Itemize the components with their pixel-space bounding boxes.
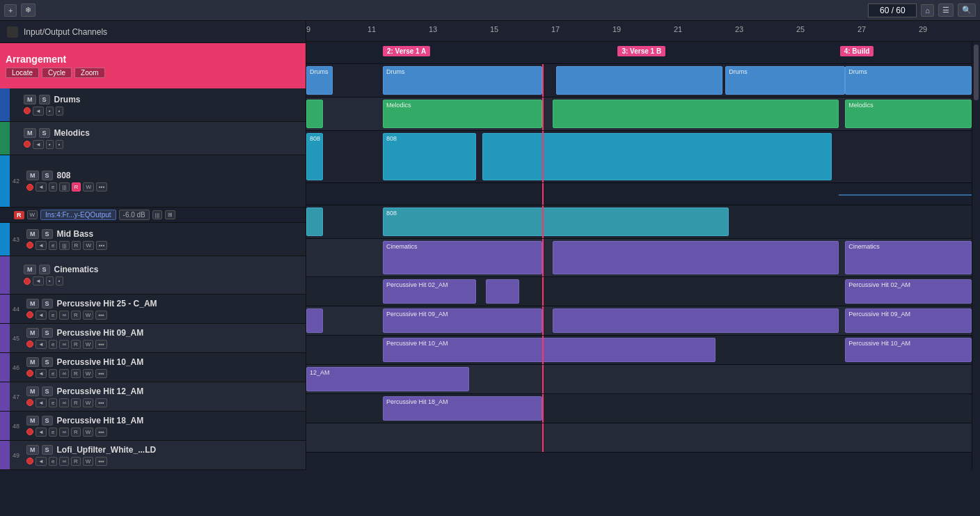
w-btn-perc10[interactable]: W [83,369,94,378]
bar-btn-midbass[interactable]: ||| [59,241,69,250]
clip-perc12-1[interactable]: 12_AM [306,367,469,391]
clip-drums-3[interactable]: Drums [725,66,845,95]
add-button[interactable]: + [4,4,17,17]
clip-808-2[interactable] [482,133,832,180]
scrollbar-thumb[interactable] [974,45,979,100]
r-btn-808[interactable]: R [72,182,81,191]
rewind-btn-perc12[interactable]: ◄ [35,398,47,407]
e-btn-perc25[interactable]: e [49,311,57,320]
extra-btn-808[interactable]: ▪▪▪ [96,182,108,191]
mute-button-cinematics[interactable]: M [24,265,36,274]
record-dot-perc12[interactable] [26,399,33,406]
locate-button[interactable]: Locate [6,68,39,78]
record-dot-808[interactable] [26,184,33,191]
home-button[interactable]: ⌂ [921,4,934,17]
bar2-btn-808extra[interactable]: ||| [152,210,162,219]
clip-perc09-1[interactable]: Percussive Hit 09_AM [383,308,542,333]
solo-button-midbass[interactable]: S [42,229,53,239]
solo-button-perc18[interactable]: S [42,416,53,425]
inf-btn-perc09[interactable]: ∞ [59,340,69,349]
tl-perc25[interactable]: Percussive Hit 02_AM Percussive Hit 02_A… [306,277,972,306]
inf-btn-perc18[interactable]: ∞ [59,428,69,437]
tl-midbass[interactable]: 808 [306,205,972,239]
r-btn-perc09[interactable]: R [71,340,81,349]
w-btn-perc12[interactable]: W [83,398,94,407]
solo-button-lofi[interactable]: S [42,445,53,455]
w-btn-808[interactable]: W [83,182,94,191]
r-btn-lofi[interactable]: R [71,457,81,466]
w-btn-lofi[interactable]: W [83,457,94,466]
solo-button-perc12[interactable]: S [42,386,53,396]
eq-btn-cinematics[interactable]: ▪ [56,276,63,286]
clip-perc25-2[interactable] [486,279,519,304]
e-btn-perc10[interactable]: e [49,369,57,378]
record-dot-lofi[interactable] [26,458,33,464]
record-dot-drums[interactable] [24,107,31,114]
record-dot-cinematics[interactable] [24,278,31,285]
clip-808-1[interactable]: 808 [383,133,476,180]
w-btn-perc09[interactable]: W [83,340,94,349]
mute-button-melodics[interactable]: M [24,128,36,138]
clip-perc10-1[interactable]: Percussive Hit 10_AM [383,338,716,362]
mute-button-lofi[interactable]: M [26,445,39,455]
extra-btn-perc25[interactable]: ▪▪▪ [95,311,107,320]
solo-button-melodics[interactable]: S [39,128,50,138]
rewind-btn-808[interactable]: ◄ [35,182,47,191]
mute-button-808[interactable]: M [26,171,39,180]
zoom-button[interactable]: Zoom [74,68,105,78]
e-btn-perc18[interactable]: e [49,428,57,437]
rewind-btn-perc09[interactable]: ◄ [35,340,47,349]
clip-melodics-3[interactable]: Melodics [845,100,972,128]
clip-midbass-small[interactable] [306,208,323,236]
extra-btn-perc18[interactable]: ▪▪▪ [95,428,107,437]
extra-btn-perc12[interactable]: ▪▪▪ [95,398,107,407]
solo-button-808[interactable]: S [42,171,53,180]
tl-melodics[interactable]: Melodics Melodics [306,97,972,131]
inf-btn-perc10[interactable]: ∞ [59,369,69,378]
tl-cinematics[interactable]: Cinematics Cinematics [306,239,972,277]
tl-drums[interactable]: Drums Drums Drums Drums [306,64,972,97]
tl-808[interactable]: 808 808 [306,131,972,183]
w-btn-perc25[interactable]: W [83,311,94,320]
e-btn-lofi[interactable]: e [49,457,57,466]
mute-button-perc09[interactable]: M [26,328,39,338]
mute-button-perc12[interactable]: M [26,386,39,396]
r-btn-perc12[interactable]: R [71,398,81,407]
e-btn-perc09[interactable]: e [49,340,57,349]
rewind-btn-midbass[interactable]: ◄ [35,241,47,250]
tl-perc12[interactable]: 12_AM [306,365,972,394]
record-dot-perc25[interactable] [26,311,33,318]
mute-button-midbass[interactable]: M [26,229,39,239]
tl-perc18[interactable]: Percussive Hit 18_AM [306,394,972,423]
solo-button-perc10[interactable]: S [42,357,53,367]
solo-button-perc09[interactable]: S [42,328,53,338]
clip-perc09-small[interactable] [306,308,323,333]
clip-perc18-1[interactable]: Percussive Hit 18_AM [383,396,542,421]
clip-cinematics-3[interactable]: Cinematics [845,241,972,274]
eq-btn-melodics[interactable]: ▪ [56,140,63,149]
e-btn-808[interactable]: e [49,182,57,191]
clip-808-small[interactable]: 808 [306,133,323,180]
extra-btn-lofi[interactable]: ▪▪▪ [95,457,107,466]
r-btn-perc25[interactable]: R [71,311,81,320]
w-btn-perc18[interactable]: W [83,428,94,437]
record-dot-perc09[interactable] [26,341,33,347]
cycle-button[interactable]: Cycle [42,68,72,78]
clip-perc10-2[interactable]: Percussive Hit 10_AM [845,338,972,362]
clip-melodics-1[interactable]: Melodics [383,100,542,128]
rewind-btn-drums[interactable]: ◄ [33,107,44,116]
grid-button[interactable]: ☰ [938,3,954,17]
record-dot-melodics[interactable] [24,141,31,148]
solo-button-drums[interactable]: S [39,95,50,104]
record-dot-perc18[interactable] [26,428,33,435]
clip-melodics-2[interactable] [553,100,839,128]
rewind-btn-perc25[interactable]: ◄ [35,311,47,320]
tl-perc10[interactable]: Percussive Hit 10_AM Percussive Hit 10_A… [306,336,972,365]
rewind-btn-melodics[interactable]: ◄ [33,140,44,149]
clip-perc25-3[interactable]: Percussive Hit 02_AM [845,279,972,304]
rewind-btn-perc18[interactable]: ◄ [35,428,47,437]
freeze-button[interactable]: ❄ [21,3,35,17]
bar-btn-808[interactable]: ||| [59,182,69,191]
solo-button-cinematics[interactable]: S [39,265,50,274]
rewind-btn-perc10[interactable]: ◄ [35,369,47,378]
